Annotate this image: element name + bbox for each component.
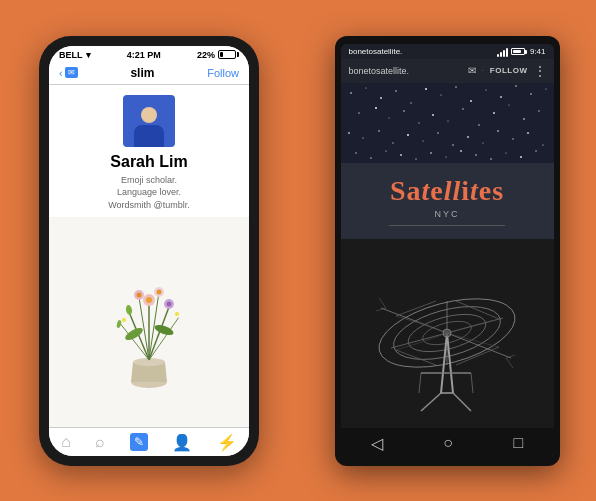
svg-point-63 — [497, 130, 499, 132]
android-home-button[interactable]: ○ — [443, 434, 453, 452]
svg-point-47 — [462, 108, 464, 110]
svg-point-75 — [475, 154, 476, 155]
avatar-head — [141, 107, 157, 123]
ios-phone: BELL ▾ 4:21 PM 22% ‹ — [39, 36, 259, 466]
svg-point-46 — [447, 120, 448, 121]
svg-point-55 — [378, 130, 380, 132]
ios-back-button[interactable]: ‹ ✉ — [59, 67, 78, 79]
android-signal-icon — [497, 47, 508, 57]
android-hero-image — [341, 83, 554, 163]
svg-point-39 — [545, 88, 546, 89]
ios-carrier: BELL — [59, 50, 83, 60]
ios-follow-button[interactable]: Follow — [207, 67, 239, 79]
svg-point-68 — [370, 157, 372, 159]
ios-back-chevron: ‹ — [59, 67, 63, 79]
svg-point-40 — [358, 112, 359, 113]
left-panel: BELL ▾ 4:21 PM 22% ‹ — [0, 0, 298, 501]
svg-point-35 — [485, 89, 486, 90]
ios-nav-bar: ‹ ✉ slim Follow — [49, 62, 249, 85]
svg-point-28 — [380, 97, 382, 99]
svg-point-20 — [175, 312, 179, 316]
svg-line-6 — [149, 317, 179, 360]
svg-point-49 — [493, 112, 495, 114]
android-status-bar: bonetosatellite. 9:41 — [341, 44, 554, 59]
android-more-icon[interactable]: ⋮ — [534, 64, 546, 78]
tab-home[interactable]: ⌂ — [61, 433, 71, 451]
svg-point-12 — [146, 297, 152, 303]
android-time: 9:41 — [530, 47, 546, 56]
svg-point-51 — [523, 118, 525, 120]
avatar — [123, 95, 175, 147]
svg-line-5 — [119, 322, 149, 360]
svg-point-107 — [443, 329, 451, 337]
android-divider-dot: · — [482, 66, 484, 75]
svg-point-53 — [348, 132, 350, 134]
svg-point-42 — [388, 117, 389, 118]
tab-activity[interactable]: ⚡ — [217, 433, 237, 452]
svg-point-43 — [403, 110, 405, 112]
svg-point-44 — [418, 122, 419, 123]
android-battery-icon — [511, 48, 527, 55]
ios-mail-icon: ✉ — [65, 67, 78, 78]
android-image-area — [341, 239, 554, 428]
svg-point-32 — [440, 94, 441, 95]
svg-point-59 — [437, 132, 439, 134]
android-follow-button[interactable]: FOLLOW — [490, 66, 528, 75]
ios-status-bar: BELL ▾ 4:21 PM 22% — [49, 46, 249, 62]
android-recent-button[interactable]: □ — [514, 434, 524, 452]
svg-point-38 — [530, 93, 532, 95]
svg-point-78 — [520, 156, 522, 158]
ios-profile: Sarah Lim Emoji scholar. Language lover.… — [49, 85, 249, 218]
android-phone: bonetosatellite. 9:41 — [335, 36, 560, 466]
compose-icon: ✎ — [130, 433, 148, 451]
svg-point-64 — [512, 138, 513, 139]
svg-point-23 — [125, 304, 133, 315]
android-username: bonetosatellite. — [349, 47, 403, 56]
svg-point-33 — [455, 86, 457, 88]
svg-point-30 — [410, 102, 412, 104]
svg-point-56 — [392, 142, 393, 143]
satellites-subtitle: NYC — [434, 209, 459, 219]
svg-point-66 — [542, 144, 543, 145]
svg-point-41 — [375, 107, 377, 109]
svg-point-26 — [350, 92, 352, 94]
svg-point-27 — [365, 87, 366, 88]
svg-point-62 — [482, 142, 483, 143]
svg-point-34 — [470, 100, 472, 102]
svg-point-10 — [153, 323, 175, 337]
tab-profile[interactable]: 👤 — [172, 433, 192, 452]
svg-point-37 — [515, 85, 516, 86]
svg-point-31 — [425, 88, 427, 90]
lightning-icon: ⚡ — [217, 433, 237, 452]
android-content: Satellites NYC — [341, 163, 554, 240]
profile-bio: Emoji scholar. Language lover. Wordsmith… — [108, 174, 190, 212]
svg-point-60 — [452, 144, 453, 145]
svg-point-22 — [167, 301, 172, 306]
right-panel: bonetosatellite. 9:41 — [298, 0, 596, 501]
svg-point-65 — [527, 132, 529, 134]
ios-time: 4:21 PM — [127, 50, 161, 60]
svg-point-29 — [395, 90, 396, 91]
svg-point-67 — [355, 152, 356, 153]
tab-search[interactable]: ⌕ — [95, 433, 105, 451]
svg-point-58 — [422, 140, 423, 141]
android-mail-icon[interactable]: ✉ — [468, 65, 476, 76]
svg-point-18 — [122, 318, 126, 322]
svg-point-73 — [445, 156, 446, 157]
ios-tab-bar: ⌂ ⌕ ✎ 👤 ⚡ — [49, 427, 249, 456]
svg-point-16 — [157, 289, 162, 294]
satellites-title: Satellites — [390, 175, 504, 207]
svg-point-74 — [460, 150, 462, 152]
tab-compose[interactable]: ✎ — [130, 433, 148, 451]
ios-nav-title: slim — [130, 66, 154, 80]
svg-point-14 — [137, 292, 142, 297]
svg-point-52 — [538, 110, 539, 111]
svg-point-54 — [362, 137, 363, 138]
ios-content-area — [49, 217, 249, 426]
svg-point-50 — [508, 104, 509, 105]
svg-point-69 — [385, 150, 386, 151]
svg-point-61 — [467, 136, 469, 138]
android-back-button[interactable]: ◁ — [371, 434, 383, 453]
svg-point-72 — [430, 152, 432, 154]
svg-point-77 — [505, 152, 506, 153]
